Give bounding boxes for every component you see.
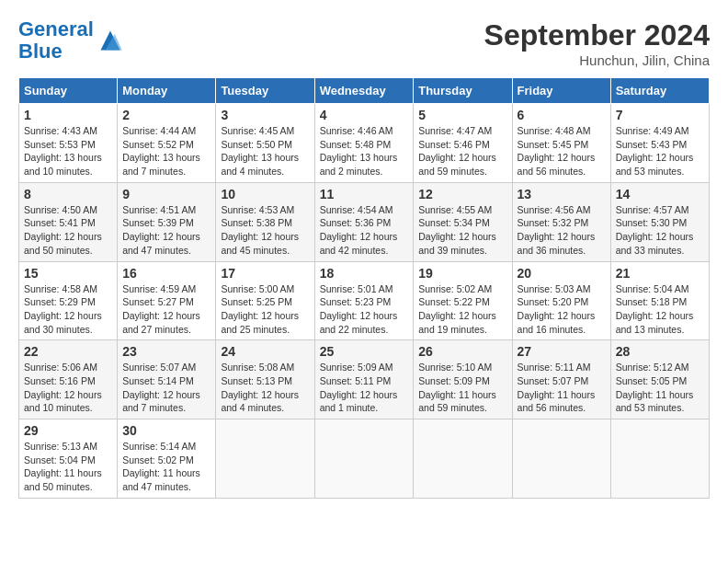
page-header: General Blue September 2024 Hunchun, Jil… — [18, 18, 710, 68]
calendar-cell: 13Sunrise: 4:56 AMSunset: 5:32 PMDayligh… — [512, 182, 610, 261]
day-info: Sunrise: 5:11 AMSunset: 5:07 PMDaylight:… — [518, 361, 606, 415]
calendar-week-1: 8Sunrise: 4:50 AMSunset: 5:41 PMDaylight… — [19, 182, 710, 261]
header-tuesday: Tuesday — [216, 78, 314, 104]
day-number: 29 — [24, 423, 112, 438]
calendar-cell: 27Sunrise: 5:11 AMSunset: 5:07 PMDayligh… — [512, 340, 610, 419]
day-info: Sunrise: 4:59 AMSunset: 5:27 PMDaylight:… — [122, 282, 210, 337]
day-info: Sunrise: 4:48 AMSunset: 5:45 PMDaylight:… — [518, 124, 606, 178]
day-number: 13 — [518, 187, 606, 201]
day-info: Sunrise: 4:45 AMSunset: 5:50 PMDaylight:… — [221, 124, 309, 178]
day-info: Sunrise: 5:04 AMSunset: 5:18 PMDaylight:… — [616, 282, 704, 337]
day-info: Sunrise: 4:47 AMSunset: 5:46 PMDaylight:… — [418, 124, 506, 178]
day-number: 14 — [616, 187, 704, 201]
day-info: Sunrise: 4:55 AMSunset: 5:34 PMDaylight:… — [418, 203, 506, 258]
day-info: Sunrise: 4:44 AMSunset: 5:52 PMDaylight:… — [122, 124, 210, 178]
calendar-cell: 11Sunrise: 4:54 AMSunset: 5:36 PMDayligh… — [314, 182, 414, 261]
calendar-cell — [216, 419, 314, 499]
calendar-cell: 7Sunrise: 4:49 AMSunset: 5:43 PMDaylight… — [610, 104, 709, 183]
day-number: 20 — [518, 266, 606, 281]
day-info: Sunrise: 4:54 AMSunset: 5:36 PMDaylight:… — [320, 203, 409, 258]
day-number: 3 — [221, 108, 309, 122]
calendar-cell: 17Sunrise: 5:00 AMSunset: 5:25 PMDayligh… — [216, 261, 314, 340]
logo: General Blue — [18, 18, 123, 63]
calendar-week-3: 22Sunrise: 5:06 AMSunset: 5:16 PMDayligh… — [19, 340, 710, 419]
calendar-cell: 23Sunrise: 5:07 AMSunset: 5:14 PMDayligh… — [118, 340, 216, 419]
day-info: Sunrise: 4:56 AMSunset: 5:32 PMDaylight:… — [518, 203, 606, 258]
day-number: 22 — [24, 344, 112, 359]
day-number: 21 — [616, 266, 704, 281]
calendar-cell: 21Sunrise: 5:04 AMSunset: 5:18 PMDayligh… — [610, 261, 709, 340]
day-info: Sunrise: 5:12 AMSunset: 5:05 PMDaylight:… — [616, 361, 704, 415]
calendar-cell: 19Sunrise: 5:02 AMSunset: 5:22 PMDayligh… — [414, 261, 512, 340]
calendar-cell: 29Sunrise: 5:13 AMSunset: 5:04 PMDayligh… — [19, 419, 118, 499]
header-saturday: Saturday — [610, 78, 709, 104]
calendar-cell: 3Sunrise: 4:45 AMSunset: 5:50 PMDaylight… — [216, 104, 314, 183]
day-info: Sunrise: 5:07 AMSunset: 5:14 PMDaylight:… — [122, 361, 210, 415]
day-info: Sunrise: 4:46 AMSunset: 5:48 PMDaylight:… — [320, 124, 409, 178]
calendar-cell — [512, 419, 610, 499]
day-info: Sunrise: 4:53 AMSunset: 5:38 PMDaylight:… — [221, 203, 309, 258]
day-number: 10 — [221, 187, 309, 201]
day-number: 7 — [616, 108, 704, 122]
header-wednesday: Wednesday — [314, 78, 414, 104]
day-number: 15 — [24, 266, 112, 281]
calendar-header-row: SundayMondayTuesdayWednesdayThursdayFrid… — [19, 78, 710, 104]
day-number: 26 — [418, 344, 506, 359]
day-info: Sunrise: 5:09 AMSunset: 5:11 PMDaylight:… — [320, 361, 409, 415]
day-number: 17 — [221, 266, 309, 281]
day-info: Sunrise: 4:57 AMSunset: 5:30 PMDaylight:… — [616, 203, 704, 258]
day-number: 9 — [122, 187, 210, 201]
day-number: 12 — [418, 187, 506, 201]
day-info: Sunrise: 4:58 AMSunset: 5:29 PMDaylight:… — [24, 282, 112, 337]
title-area: September 2024 Hunchun, Jilin, China — [484, 18, 710, 68]
day-info: Sunrise: 4:49 AMSunset: 5:43 PMDaylight:… — [616, 124, 704, 178]
calendar-week-4: 29Sunrise: 5:13 AMSunset: 5:04 PMDayligh… — [19, 419, 710, 499]
day-info: Sunrise: 5:14 AMSunset: 5:02 PMDaylight:… — [122, 440, 210, 494]
logo-text: General Blue — [18, 18, 94, 63]
day-info: Sunrise: 4:43 AMSunset: 5:53 PMDaylight:… — [24, 124, 112, 178]
calendar-cell — [414, 419, 512, 499]
day-number: 18 — [320, 266, 409, 281]
calendar-cell: 25Sunrise: 5:09 AMSunset: 5:11 PMDayligh… — [314, 340, 414, 419]
calendar-cell: 6Sunrise: 4:48 AMSunset: 5:45 PMDaylight… — [512, 104, 610, 183]
day-number: 19 — [418, 266, 506, 281]
calendar-cell: 5Sunrise: 4:47 AMSunset: 5:46 PMDaylight… — [414, 104, 512, 183]
day-info: Sunrise: 5:08 AMSunset: 5:13 PMDaylight:… — [221, 361, 309, 415]
day-number: 11 — [320, 187, 409, 201]
calendar-cell: 30Sunrise: 5:14 AMSunset: 5:02 PMDayligh… — [118, 419, 216, 499]
header-sunday: Sunday — [19, 78, 118, 104]
calendar-cell: 12Sunrise: 4:55 AMSunset: 5:34 PMDayligh… — [414, 182, 512, 261]
day-info: Sunrise: 4:50 AMSunset: 5:41 PMDaylight:… — [24, 203, 112, 258]
day-number: 23 — [122, 344, 210, 359]
day-info: Sunrise: 5:01 AMSunset: 5:23 PMDaylight:… — [320, 282, 409, 337]
day-number: 6 — [518, 108, 606, 122]
day-info: Sunrise: 4:51 AMSunset: 5:39 PMDaylight:… — [122, 203, 210, 258]
calendar-cell: 26Sunrise: 5:10 AMSunset: 5:09 PMDayligh… — [414, 340, 512, 419]
header-friday: Friday — [512, 78, 610, 104]
day-number: 30 — [122, 423, 210, 438]
day-info: Sunrise: 5:00 AMSunset: 5:25 PMDaylight:… — [221, 282, 309, 337]
day-number: 28 — [616, 344, 704, 359]
calendar-cell: 14Sunrise: 4:57 AMSunset: 5:30 PMDayligh… — [610, 182, 709, 261]
day-number: 4 — [320, 108, 409, 122]
day-info: Sunrise: 5:10 AMSunset: 5:09 PMDaylight:… — [418, 361, 506, 415]
calendar-cell: 4Sunrise: 4:46 AMSunset: 5:48 PMDaylight… — [314, 104, 414, 183]
calendar-cell: 18Sunrise: 5:01 AMSunset: 5:23 PMDayligh… — [314, 261, 414, 340]
day-number: 5 — [418, 108, 506, 122]
calendar-cell: 1Sunrise: 4:43 AMSunset: 5:53 PMDaylight… — [19, 104, 118, 183]
day-info: Sunrise: 5:13 AMSunset: 5:04 PMDaylight:… — [24, 440, 112, 494]
calendar-cell: 24Sunrise: 5:08 AMSunset: 5:13 PMDayligh… — [216, 340, 314, 419]
calendar-week-0: 1Sunrise: 4:43 AMSunset: 5:53 PMDaylight… — [19, 104, 710, 183]
calendar-cell: 9Sunrise: 4:51 AMSunset: 5:39 PMDaylight… — [118, 182, 216, 261]
day-number: 1 — [24, 108, 112, 122]
calendar-cell: 16Sunrise: 4:59 AMSunset: 5:27 PMDayligh… — [118, 261, 216, 340]
day-number: 16 — [122, 266, 210, 281]
location: Hunchun, Jilin, China — [484, 52, 710, 68]
day-number: 25 — [320, 344, 409, 359]
calendar-cell — [610, 419, 709, 499]
calendar-cell: 22Sunrise: 5:06 AMSunset: 5:16 PMDayligh… — [19, 340, 118, 419]
calendar-body: 1Sunrise: 4:43 AMSunset: 5:53 PMDaylight… — [19, 104, 710, 499]
day-info: Sunrise: 5:02 AMSunset: 5:22 PMDaylight:… — [418, 282, 506, 337]
calendar-week-2: 15Sunrise: 4:58 AMSunset: 5:29 PMDayligh… — [19, 261, 710, 340]
calendar-table: SundayMondayTuesdayWednesdayThursdayFrid… — [18, 77, 710, 499]
